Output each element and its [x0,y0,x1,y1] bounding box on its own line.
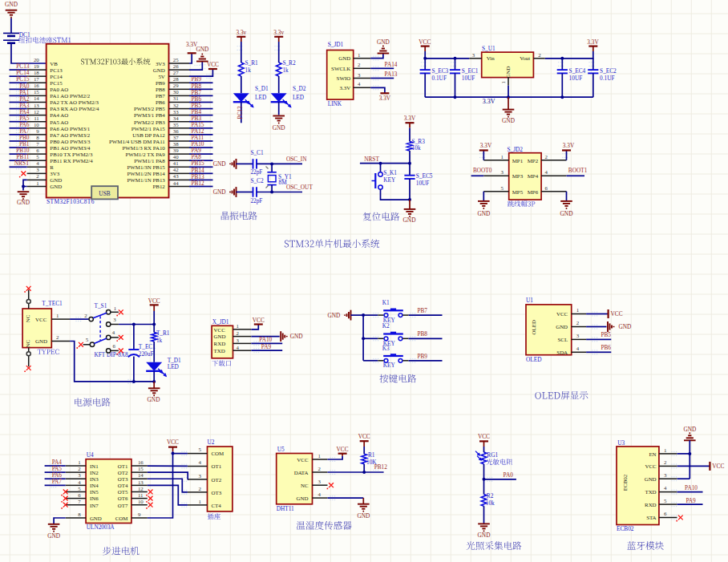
gnd-label: GND [213,160,226,168]
connector-comment: 跳线帽3P [508,200,535,208]
pin-number: 31 [173,95,179,101]
led-value: LED [168,363,179,370]
pin-number: 14 [34,95,39,101]
pin-number: 3 [664,472,667,478]
pin-name: PB0 AO PWM3/3 [50,139,91,144]
pin-name: OT1 [118,463,128,469]
pin-number: 13 [34,103,39,108]
pin-name: PWM1/4 USB DM PA11 [109,139,165,144]
net-label: BOOT0 [473,167,492,174]
key-value: KEY [383,362,396,369]
pin-number: 26 [173,63,179,69]
pin-number: 8 [78,511,81,517]
pin-number: 11 [34,115,39,121]
pin-name: PB9 [156,80,165,86]
pin-name: NC [25,314,30,322]
pin-number: 15 [34,89,39,95]
pin-name: OT5 [118,489,128,495]
pin-number: 9 [138,511,141,517]
pin-number: 3 [113,317,116,322]
section-title-stm32: STM32单片机最小系统 [284,238,379,249]
net-label: PA14 [385,61,398,68]
pin-name: PB10 TX PWM2/3 [50,152,93,157]
pin-name: GND [505,67,511,79]
led-designator: S_D1 [255,85,269,92]
net-label: BOOT1 [568,167,588,174]
pin-name: SWCLK [331,66,350,71]
pin-number: 4 [358,81,361,87]
power-3v3-label: 3.3V [563,142,575,149]
pin-name: PC14 [50,74,63,79]
junction-dot [132,380,135,383]
pin-number: 30 [173,89,179,95]
body-label: OLED [531,320,536,334]
pin-name: MP1 [512,158,524,164]
pin-number: 4 [78,479,81,485]
led-designator: S_D2 [293,85,306,92]
resistor-value: 1k [282,67,289,74]
pin-number: 1 [664,447,667,453]
pin-name: GND [214,334,226,339]
connector-comment: LINK [328,100,342,107]
pin-name: IN5 [90,489,99,495]
net-label: PB7 [417,307,427,314]
capacitor-value: 0.1UF [600,75,614,82]
connector-designator: S_JD2 [508,146,524,153]
power-vcc-label: VCC [167,439,179,446]
gnd-label: GND [47,532,60,540]
oled-designator: U1 [526,297,533,304]
net-label: NRST [364,156,379,163]
gnd-label: GND [196,46,208,53]
pin-name: Vout [520,55,530,61]
power-vcc-label: VCC [337,446,349,453]
pin-number: 13 [138,479,144,485]
pin-name: PA4 AO [50,112,68,118]
pin-name: PA3 RX AO PWM2/4 [50,106,99,111]
pin-number: 2 [318,466,322,471]
pin-name: IN1 [90,463,99,469]
pin-name: IN6 [90,495,99,501]
led-designator: T_D1 [168,357,181,364]
net-label: PA0 [504,471,514,479]
net-label: NRST [14,160,30,167]
led-value: LED [255,94,266,101]
pin-name: PWM2/2 PB3 [134,119,165,125]
ic-part-number: ECB02 [617,525,634,532]
resistor-value: 1k [245,67,252,74]
capacitor-value: 22pF [250,168,262,176]
key-designator: K3 [382,345,390,352]
pin-name: PC15 [50,80,63,86]
resistor-designator: R1 [368,451,375,459]
pin-number: 2 [84,313,87,318]
pin-number: 40 [173,154,179,160]
key-value: KEY [383,176,396,184]
capacitor-designator: T_EC1 [139,343,156,350]
connector-designator: U2 [208,439,215,446]
gnd-label: GND [5,1,18,8]
pin-name: OT3 [118,476,128,482]
net-label: OSC_IN [286,156,307,163]
net-label: PB12 [192,180,205,187]
key-designator: K1 [382,299,390,306]
pin-name: PB1 AO PWM3/4 [50,145,91,151]
pin-number: 43 [173,173,179,179]
pin-number: 1 [576,307,580,313]
ic-designator: U3 [617,439,625,447]
pin-name: OT4 [118,483,128,488]
capacitor-designator: S_EC2 [600,67,617,75]
pin-number: 2 [198,486,201,491]
pin-number: 10 [138,499,144,504]
pin-name: MP3 [512,173,524,179]
power-vcc-label: VCC [611,310,623,317]
pin-number: 1 [500,81,506,84]
power-3v3-label: 3.3V [480,142,492,149]
key-symbol [390,309,396,311]
pin-name: PA7 AO PWM3/2 [50,132,90,138]
capacitor-designator: S_EC5 [416,172,433,180]
pin-name: GND [50,177,62,183]
pin-number: 36 [173,128,179,134]
net-label: OSC_OUT [286,184,313,191]
schematic-canvas[interactable]: GND DC1 纽扣电池座STM1 STM32F103最小系统 STM32F10… [0,0,728,562]
pin-number: 18 [34,70,39,75]
photores-comment: 光敏电阻 [486,459,512,466]
